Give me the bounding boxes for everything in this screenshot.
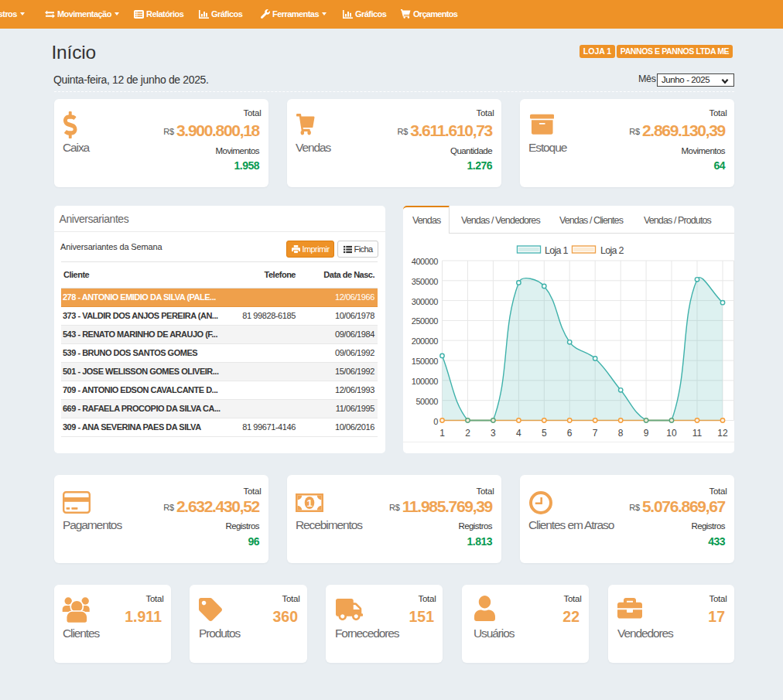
svg-text:Loja 2: Loja 2 xyxy=(600,245,624,256)
svg-text:350000: 350000 xyxy=(412,277,439,286)
svg-text:Loja 1: Loja 1 xyxy=(545,245,569,256)
svg-text:3: 3 xyxy=(491,428,496,439)
svg-text:300000: 300000 xyxy=(412,297,439,306)
svg-text:6: 6 xyxy=(567,428,573,439)
svg-text:50000: 50000 xyxy=(415,397,438,406)
svg-text:200000: 200000 xyxy=(412,336,439,346)
svg-text:1: 1 xyxy=(439,428,445,439)
svg-text:9: 9 xyxy=(644,428,649,439)
svg-text:8: 8 xyxy=(618,428,624,439)
svg-text:150000: 150000 xyxy=(412,357,439,366)
svg-text:7: 7 xyxy=(593,428,598,439)
svg-text:11: 11 xyxy=(692,428,703,439)
svg-text:12: 12 xyxy=(717,428,728,439)
svg-text:10: 10 xyxy=(666,428,677,439)
svg-text:1: 1 xyxy=(306,497,313,509)
svg-text:4: 4 xyxy=(516,428,521,439)
svg-text:2: 2 xyxy=(465,428,470,439)
svg-text:100000: 100000 xyxy=(412,377,439,386)
svg-text:400000: 400000 xyxy=(412,257,439,266)
svg-text:0: 0 xyxy=(433,417,438,426)
svg-text:5: 5 xyxy=(542,428,547,439)
svg-text:250000: 250000 xyxy=(412,316,439,326)
